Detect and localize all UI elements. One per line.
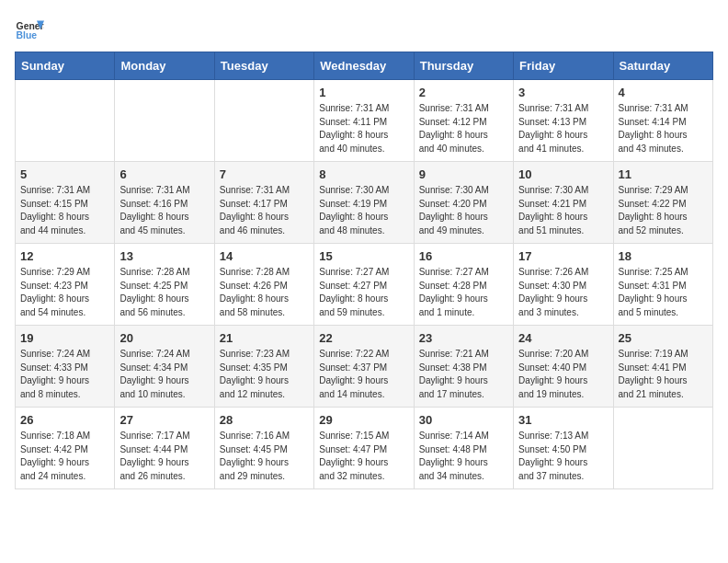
day-number: 9	[419, 167, 508, 181]
day-number: 28	[220, 413, 309, 427]
calendar-cell: 20Sunrise: 7:24 AM Sunset: 4:34 PM Dayli…	[115, 326, 214, 408]
day-info: Sunrise: 7:15 AM Sunset: 4:47 PM Dayligh…	[319, 430, 408, 483]
day-info: Sunrise: 7:20 AM Sunset: 4:40 PM Dayligh…	[518, 348, 608, 401]
svg-text:Blue: Blue	[17, 30, 38, 40]
weekday-header-row: SundayMondayTuesdayWednesdayThursdayFrid…	[16, 52, 713, 80]
day-info: Sunrise: 7:29 AM Sunset: 4:23 PM Dayligh…	[20, 266, 109, 319]
calendar-cell: 26Sunrise: 7:18 AM Sunset: 4:42 PM Dayli…	[16, 408, 115, 489]
day-number: 22	[319, 331, 408, 345]
day-info: Sunrise: 7:25 AM Sunset: 4:31 PM Dayligh…	[619, 266, 708, 319]
weekday-header-tuesday: Tuesday	[214, 52, 313, 80]
calendar-cell: 28Sunrise: 7:16 AM Sunset: 4:45 PM Dayli…	[214, 408, 313, 489]
day-info: Sunrise: 7:14 AM Sunset: 4:48 PM Dayligh…	[419, 430, 508, 483]
day-number: 19	[20, 331, 109, 345]
calendar-cell: 29Sunrise: 7:15 AM Sunset: 4:47 PM Dayli…	[314, 408, 414, 489]
day-number: 20	[119, 331, 209, 345]
calendar-cell: 2Sunrise: 7:31 AM Sunset: 4:12 PM Daylig…	[414, 80, 513, 162]
day-number: 10	[518, 167, 608, 181]
day-info: Sunrise: 7:16 AM Sunset: 4:45 PM Dayligh…	[220, 430, 309, 483]
day-info: Sunrise: 7:31 AM Sunset: 4:11 PM Dayligh…	[319, 102, 408, 155]
day-number: 29	[319, 413, 408, 427]
calendar-cell	[115, 80, 214, 162]
day-number: 18	[619, 249, 708, 263]
day-number: 7	[220, 167, 309, 181]
day-number: 23	[419, 331, 508, 345]
calendar-cell: 12Sunrise: 7:29 AM Sunset: 4:23 PM Dayli…	[16, 244, 115, 326]
day-info: Sunrise: 7:21 AM Sunset: 4:38 PM Dayligh…	[419, 348, 508, 401]
calendar-cell: 23Sunrise: 7:21 AM Sunset: 4:38 PM Dayli…	[414, 326, 513, 408]
day-info: Sunrise: 7:24 AM Sunset: 4:34 PM Dayligh…	[119, 348, 209, 401]
day-info: Sunrise: 7:30 AM Sunset: 4:20 PM Dayligh…	[419, 184, 508, 237]
day-number: 15	[319, 249, 408, 263]
logo: General Blue	[15, 15, 44, 44]
week-row-0: 1Sunrise: 7:31 AM Sunset: 4:11 PM Daylig…	[16, 80, 713, 162]
weekday-header-sunday: Sunday	[16, 52, 115, 80]
day-info: Sunrise: 7:30 AM Sunset: 4:21 PM Dayligh…	[518, 184, 608, 237]
day-info: Sunrise: 7:17 AM Sunset: 4:44 PM Dayligh…	[119, 430, 209, 483]
calendar-cell: 21Sunrise: 7:23 AM Sunset: 4:35 PM Dayli…	[214, 326, 313, 408]
calendar-cell: 15Sunrise: 7:27 AM Sunset: 4:27 PM Dayli…	[314, 244, 414, 326]
day-info: Sunrise: 7:28 AM Sunset: 4:25 PM Dayligh…	[119, 266, 209, 319]
day-number: 12	[20, 249, 109, 263]
logo-icon: General Blue	[15, 15, 44, 44]
calendar-cell: 31Sunrise: 7:13 AM Sunset: 4:50 PM Dayli…	[514, 408, 613, 489]
weekday-header-saturday: Saturday	[613, 52, 712, 80]
calendar-cell: 17Sunrise: 7:26 AM Sunset: 4:30 PM Dayli…	[514, 244, 613, 326]
day-number: 4	[619, 86, 708, 99]
day-info: Sunrise: 7:24 AM Sunset: 4:33 PM Dayligh…	[20, 348, 109, 401]
day-number: 6	[119, 167, 209, 181]
calendar-cell: 27Sunrise: 7:17 AM Sunset: 4:44 PM Dayli…	[115, 408, 214, 489]
day-number: 3	[518, 86, 608, 99]
calendar-cell: 30Sunrise: 7:14 AM Sunset: 4:48 PM Dayli…	[414, 408, 513, 489]
day-info: Sunrise: 7:26 AM Sunset: 4:30 PM Dayligh…	[518, 266, 608, 319]
day-number: 1	[319, 86, 408, 99]
calendar-cell: 7Sunrise: 7:31 AM Sunset: 4:17 PM Daylig…	[214, 162, 313, 244]
day-number: 5	[20, 167, 109, 181]
week-row-2: 12Sunrise: 7:29 AM Sunset: 4:23 PM Dayli…	[16, 244, 713, 326]
day-number: 25	[619, 331, 708, 345]
day-info: Sunrise: 7:27 AM Sunset: 4:27 PM Dayligh…	[319, 266, 408, 319]
day-info: Sunrise: 7:31 AM Sunset: 4:12 PM Dayligh…	[419, 102, 508, 155]
day-info: Sunrise: 7:31 AM Sunset: 4:16 PM Dayligh…	[119, 184, 209, 237]
day-number: 21	[220, 331, 309, 345]
week-row-3: 19Sunrise: 7:24 AM Sunset: 4:33 PM Dayli…	[16, 326, 713, 408]
day-info: Sunrise: 7:22 AM Sunset: 4:37 PM Dayligh…	[319, 348, 408, 401]
day-info: Sunrise: 7:29 AM Sunset: 4:22 PM Dayligh…	[619, 184, 708, 237]
calendar-cell	[214, 80, 313, 162]
week-row-1: 5Sunrise: 7:31 AM Sunset: 4:15 PM Daylig…	[16, 162, 713, 244]
day-info: Sunrise: 7:31 AM Sunset: 4:15 PM Dayligh…	[20, 184, 109, 237]
calendar-cell: 8Sunrise: 7:30 AM Sunset: 4:19 PM Daylig…	[314, 162, 414, 244]
day-info: Sunrise: 7:18 AM Sunset: 4:42 PM Dayligh…	[20, 430, 109, 483]
day-number: 17	[518, 249, 608, 263]
calendar-cell: 3Sunrise: 7:31 AM Sunset: 4:13 PM Daylig…	[514, 80, 613, 162]
day-info: Sunrise: 7:31 AM Sunset: 4:17 PM Dayligh…	[220, 184, 309, 237]
calendar-cell: 11Sunrise: 7:29 AM Sunset: 4:22 PM Dayli…	[613, 162, 712, 244]
week-row-4: 26Sunrise: 7:18 AM Sunset: 4:42 PM Dayli…	[16, 408, 713, 489]
day-number: 16	[419, 249, 508, 263]
day-info: Sunrise: 7:31 AM Sunset: 4:13 PM Dayligh…	[518, 102, 608, 155]
day-number: 30	[419, 413, 508, 427]
day-info: Sunrise: 7:13 AM Sunset: 4:50 PM Dayligh…	[518, 430, 608, 483]
day-number: 26	[20, 413, 109, 427]
calendar-cell	[16, 80, 115, 162]
calendar-table: SundayMondayTuesdayWednesdayThursdayFrid…	[15, 52, 713, 489]
weekday-header-monday: Monday	[115, 52, 214, 80]
day-info: Sunrise: 7:23 AM Sunset: 4:35 PM Dayligh…	[220, 348, 309, 401]
calendar-cell: 19Sunrise: 7:24 AM Sunset: 4:33 PM Dayli…	[16, 326, 115, 408]
calendar-cell: 1Sunrise: 7:31 AM Sunset: 4:11 PM Daylig…	[314, 80, 414, 162]
day-number: 24	[518, 331, 608, 345]
day-number: 27	[119, 413, 209, 427]
page-header: General Blue	[15, 15, 713, 44]
calendar-cell: 22Sunrise: 7:22 AM Sunset: 4:37 PM Dayli…	[314, 326, 414, 408]
calendar-cell: 25Sunrise: 7:19 AM Sunset: 4:41 PM Dayli…	[613, 326, 712, 408]
day-info: Sunrise: 7:31 AM Sunset: 4:14 PM Dayligh…	[619, 102, 708, 155]
weekday-header-thursday: Thursday	[414, 52, 513, 80]
day-info: Sunrise: 7:28 AM Sunset: 4:26 PM Dayligh…	[220, 266, 309, 319]
calendar-cell: 16Sunrise: 7:27 AM Sunset: 4:28 PM Dayli…	[414, 244, 513, 326]
calendar-cell: 10Sunrise: 7:30 AM Sunset: 4:21 PM Dayli…	[514, 162, 613, 244]
calendar-cell: 13Sunrise: 7:28 AM Sunset: 4:25 PM Dayli…	[115, 244, 214, 326]
day-number: 2	[419, 86, 508, 99]
weekday-header-wednesday: Wednesday	[314, 52, 414, 80]
calendar-cell	[613, 408, 712, 489]
calendar-cell: 9Sunrise: 7:30 AM Sunset: 4:20 PM Daylig…	[414, 162, 513, 244]
